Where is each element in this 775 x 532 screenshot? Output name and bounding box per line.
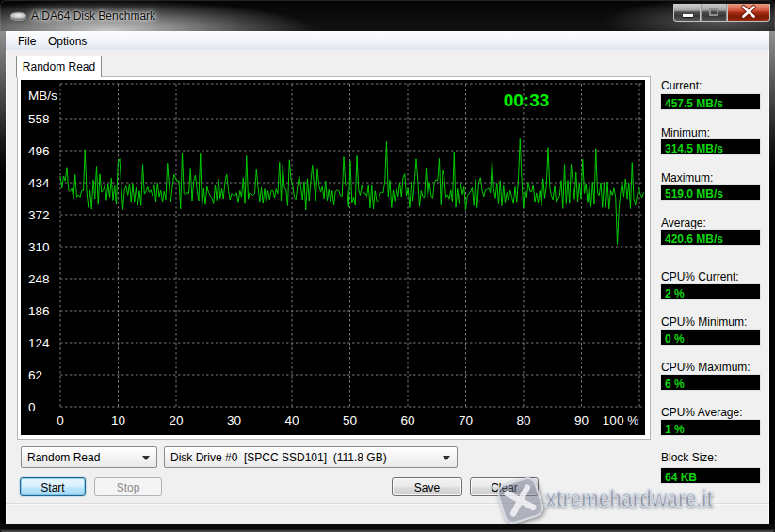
svg-text:30: 30 xyxy=(227,413,241,427)
svg-text:496: 496 xyxy=(28,144,50,158)
svg-text:248: 248 xyxy=(28,272,50,286)
svg-text:310: 310 xyxy=(28,240,50,254)
svg-text:62: 62 xyxy=(28,368,42,382)
svg-text:60: 60 xyxy=(400,413,414,427)
svg-text:558: 558 xyxy=(28,112,50,126)
svg-text:90: 90 xyxy=(574,413,589,427)
svg-text:00:33: 00:33 xyxy=(504,90,550,110)
svg-text:20: 20 xyxy=(169,413,183,427)
svg-text:10: 10 xyxy=(111,413,125,427)
svg-text:MB/s: MB/s xyxy=(28,89,57,103)
svg-text:372: 372 xyxy=(28,208,50,222)
svg-text:80: 80 xyxy=(516,413,530,427)
svg-text:100 %: 100 % xyxy=(603,413,638,427)
svg-text:70: 70 xyxy=(459,413,473,427)
svg-text:186: 186 xyxy=(28,304,50,318)
svg-text:434: 434 xyxy=(28,176,50,190)
svg-text:124: 124 xyxy=(28,336,50,350)
svg-text:50: 50 xyxy=(343,413,357,427)
svg-text:40: 40 xyxy=(284,413,299,427)
svg-text:0: 0 xyxy=(28,400,36,414)
svg-text:0: 0 xyxy=(57,413,64,427)
